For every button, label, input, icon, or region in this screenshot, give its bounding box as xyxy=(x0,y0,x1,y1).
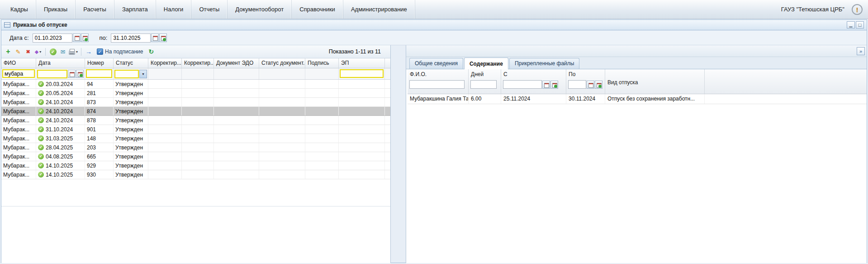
send-mail-button[interactable] xyxy=(58,47,67,57)
table-row[interactable]: Мубарак...24.10.2024874Утвержден xyxy=(1,107,390,116)
cell-status: Утвержден xyxy=(114,98,148,106)
column-header[interactable]: Дней xyxy=(469,69,501,77)
menu-item-1[interactable]: Приказы xyxy=(36,0,76,19)
table-row[interactable]: Мубарак...28.04.2025203Утвержден xyxy=(1,143,390,152)
cell-date: 28.04.2025 xyxy=(36,143,85,152)
content-filter-to-input[interactable] xyxy=(568,80,586,89)
column-header[interactable]: Подпись xyxy=(305,58,339,68)
export-button[interactable] xyxy=(84,47,93,57)
table-row[interactable]: Мубарак...31.03.2025148Утвержден xyxy=(1,134,390,143)
approved-icon xyxy=(38,144,44,150)
cell-number: 203 xyxy=(85,143,114,152)
table-row[interactable]: Мубарак...31.10.2024901Утвержден xyxy=(1,125,390,134)
filter-date-input[interactable] xyxy=(37,70,67,78)
date-text: 24.10.2024 xyxy=(46,117,73,124)
column-header[interactable]: Номер xyxy=(85,58,114,68)
send-to-sign-button[interactable]: На подписание xyxy=(94,47,146,57)
cell-empty xyxy=(148,80,182,88)
menu-item-8[interactable]: Администрирование xyxy=(343,0,415,19)
actions-menu-button[interactable] xyxy=(33,47,43,57)
table-row[interactable]: Мубарак...14.10.2025929Утвержден xyxy=(1,161,390,170)
print-button[interactable] xyxy=(68,47,78,57)
table-row[interactable]: Мубарак...20.03.202494Утвержден xyxy=(1,80,390,89)
filter-cell-empty xyxy=(305,68,339,79)
date-from-input[interactable] xyxy=(33,34,72,43)
tab-2[interactable]: Прикрепленные файлы xyxy=(509,58,580,69)
calendar-select-icon[interactable] xyxy=(550,81,558,89)
collapse-panel-button[interactable] xyxy=(857,47,865,55)
table-row[interactable]: Мубарак...20.05.2024281Утвержден xyxy=(1,89,390,98)
column-header[interactable]: Дата xyxy=(36,58,85,68)
column-header[interactable]: Статус xyxy=(114,58,148,68)
cell-fio: Мубарак... xyxy=(1,107,36,115)
column-header[interactable]: Вид отпуска xyxy=(605,77,704,86)
table-row[interactable]: Мубарак...14.10.2025930Утвержден xyxy=(1,170,390,179)
cell-empty xyxy=(259,170,305,179)
column-header[interactable]: По xyxy=(566,69,605,77)
content-row[interactable]: Мубаракшина Галия Тау... 6.00 25.11.2024… xyxy=(408,94,867,104)
cell-fio: Мубарак... xyxy=(1,125,36,134)
column-header[interactable]: Ф.И.О. xyxy=(408,69,468,77)
filter-cell-empty xyxy=(182,68,214,79)
cell-status: Утвержден xyxy=(114,80,148,88)
column-header[interactable]: ФИО xyxy=(1,58,36,68)
tab-0[interactable]: Общие сведения xyxy=(409,58,463,69)
table-row[interactable]: Мубарак...04.08.2025665Утвержден xyxy=(1,152,390,161)
cell-empty xyxy=(182,107,214,115)
cell-number: 94 xyxy=(85,80,114,88)
refresh-button[interactable] xyxy=(147,47,156,57)
column-header[interactable]: С xyxy=(501,69,566,77)
menu-item-6[interactable]: Документооборот xyxy=(228,0,292,19)
cell-empty xyxy=(214,107,259,115)
date-to-input[interactable] xyxy=(111,34,151,43)
calendar-icon[interactable] xyxy=(68,70,76,78)
minimize-button[interactable] xyxy=(847,21,855,29)
filter-fio-input[interactable] xyxy=(2,69,35,78)
edit-button[interactable] xyxy=(14,47,23,57)
calendar-icon[interactable] xyxy=(542,81,550,89)
filter-ep-input[interactable] xyxy=(340,69,384,78)
calendar-select-icon[interactable] xyxy=(76,70,84,78)
column-header[interactable]: Статус документ... xyxy=(259,58,305,68)
cell-empty xyxy=(182,152,214,161)
cell-fio: Мубарак... xyxy=(1,80,36,88)
menu-item-0[interactable]: Кадры xyxy=(3,0,36,19)
cell-number: 873 xyxy=(85,98,114,106)
calendar-select-icon[interactable] xyxy=(81,34,89,42)
chevron-down-icon xyxy=(76,50,78,54)
add-button[interactable] xyxy=(4,47,13,57)
column-header[interactable]: Документ ЭДО xyxy=(214,58,259,68)
table-row[interactable]: Мубарак...24.10.2024873Утвержден xyxy=(1,98,390,107)
filter-number-input[interactable] xyxy=(86,69,112,78)
content-filter-fio-input[interactable] xyxy=(409,80,465,89)
column-header[interactable]: ЭП xyxy=(339,58,385,68)
maximize-button[interactable] xyxy=(856,21,864,29)
menu-item-7[interactable]: Справочники xyxy=(292,0,343,19)
sign-button-label: На подписание xyxy=(105,48,143,55)
column-header[interactable]: Корректир... xyxy=(182,58,214,68)
cell-number: 874 xyxy=(85,107,114,115)
filter-status-input[interactable] xyxy=(114,70,139,78)
content-filter-from-input[interactable] xyxy=(503,80,542,89)
calendar-icon[interactable] xyxy=(151,34,159,42)
filter-cell-empty xyxy=(214,68,259,79)
menu-item-2[interactable]: Расчеты xyxy=(76,0,114,19)
menu-item-4[interactable]: Налоги xyxy=(156,0,192,19)
cell-status: Утвержден xyxy=(114,116,148,125)
content-filter-days-input[interactable] xyxy=(470,80,497,89)
tab-1[interactable]: Содержание xyxy=(464,58,508,69)
calendar-icon[interactable] xyxy=(587,81,594,89)
calendar-icon[interactable] xyxy=(73,34,81,42)
header-filler xyxy=(705,69,867,94)
column-header[interactable]: Корректир... xyxy=(148,58,182,68)
table-row[interactable]: Мубарак...24.10.2024878Утвержден xyxy=(1,116,390,125)
menu-item-5[interactable]: Отчеты xyxy=(191,0,228,19)
approve-button[interactable] xyxy=(48,47,57,57)
calendar-select-icon[interactable] xyxy=(159,34,167,42)
status-dropdown-button[interactable] xyxy=(139,70,147,78)
menu-item-3[interactable]: Зарплата xyxy=(114,0,156,19)
alert-icon[interactable] xyxy=(852,4,863,15)
calendar-select-icon[interactable] xyxy=(595,81,602,89)
cell-empty xyxy=(259,161,305,170)
delete-button[interactable] xyxy=(24,47,33,57)
